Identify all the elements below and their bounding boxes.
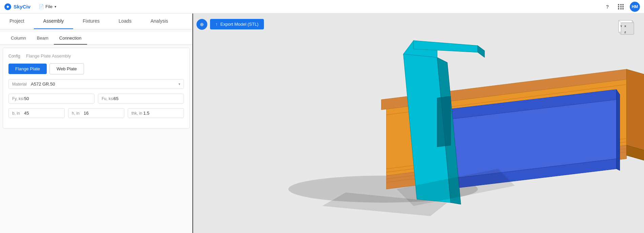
config-row: Config Flange Plate Assembly	[8, 53, 184, 59]
avatar-initials: HM	[632, 4, 638, 9]
fy-fu-row: Fy, ksi Fu, ksi	[8, 94, 184, 103]
material-input[interactable]	[31, 81, 179, 87]
dropdown-arrow-icon: ▾	[179, 82, 180, 86]
plate-type-buttons: Flange Plate Web Plate	[8, 63, 184, 74]
file-menu[interactable]: 📄 File ▾	[36, 3, 59, 10]
nav-cube-svg: X Y Z	[614, 17, 637, 41]
svg-text:Y: Y	[620, 25, 622, 28]
left-panel: Project Assembly Fixtures Loads Analysis…	[0, 14, 193, 233]
compass-icon: ⊕	[200, 22, 204, 27]
subtab-beam[interactable]: Beam	[32, 32, 54, 45]
tab-fixtures[interactable]: Fixtures	[73, 14, 109, 29]
file-menu-label: File	[45, 4, 53, 9]
topbar: SkyCiv 📄 File ▾ ? HM	[0, 0, 644, 14]
svg-line-4	[632, 20, 634, 23]
thk-field: thk, in	[128, 108, 184, 118]
chevron-down-icon: ▾	[55, 5, 56, 8]
b-label: b, in	[12, 111, 24, 116]
fy-label: Fy, ksi	[12, 96, 24, 101]
h-input[interactable]	[84, 111, 121, 116]
svg-line-5	[619, 32, 621, 34]
dimensions-row: b, in h, in thk, in	[8, 108, 184, 118]
fu-field: Fu, ksi	[98, 94, 184, 103]
file-icon: 📄	[39, 4, 44, 9]
form-area: Config Flange Plate Assembly Flange Plat…	[3, 48, 190, 129]
export-label: Export Model (STL)	[221, 22, 259, 27]
material-label: Material	[12, 82, 31, 87]
logo[interactable]: SkyCiv	[4, 3, 30, 10]
model-3d-scene	[193, 14, 644, 233]
skyciv-logo-icon	[4, 3, 12, 10]
svg-text:X: X	[624, 25, 626, 28]
fy-field: Fy, ksi	[8, 94, 95, 103]
topbar-right: ? HM	[603, 2, 640, 12]
subtab-column[interactable]: Column	[5, 32, 32, 45]
tab-loads[interactable]: Loads	[109, 14, 141, 29]
b-field: b, in	[8, 108, 65, 118]
apps-button[interactable]	[616, 2, 626, 11]
main-layout: Project Assembly Fixtures Loads Analysis…	[0, 14, 644, 233]
tab-assembly[interactable]: Assembly	[34, 14, 74, 29]
svg-rect-2	[621, 23, 634, 34]
user-avatar[interactable]: HM	[630, 2, 640, 12]
fu-label: Fu, ksi	[102, 96, 113, 101]
h-field: h, in	[68, 108, 124, 118]
nav-tabs: Project Assembly Fixtures Loads Analysis	[0, 14, 192, 29]
sub-tabs: Column Beam Connection	[0, 32, 192, 45]
export-model-button[interactable]: ↑ Export Model (STL)	[210, 19, 264, 29]
thk-input[interactable]	[143, 111, 180, 116]
fu-input[interactable]	[113, 96, 180, 101]
h-label: h, in	[72, 111, 84, 116]
thk-label: thk, in	[131, 111, 143, 116]
topbar-left: SkyCiv 📄 File ▾	[4, 3, 59, 10]
apps-grid-icon	[618, 4, 624, 9]
config-value: Flange Plate Assembly	[26, 53, 71, 59]
b-input[interactable]	[24, 111, 61, 116]
help-button[interactable]: ?	[603, 2, 612, 11]
web-plate-button[interactable]: Web Plate	[49, 63, 84, 74]
compass-button[interactable]: ⊕	[196, 19, 207, 30]
svg-marker-24	[617, 90, 620, 171]
svg-marker-30	[437, 96, 451, 147]
viewport-panel[interactable]: ⊕ ↑ Export Model (STL) X Y Z	[193, 14, 644, 233]
export-icon: ↑	[215, 22, 218, 27]
tab-project[interactable]: Project	[0, 14, 34, 29]
navigation-cube[interactable]: X Y Z	[614, 17, 637, 41]
material-field[interactable]: Material ▾	[8, 79, 184, 89]
config-label: Config	[8, 54, 22, 59]
logo-text: SkyCiv	[14, 4, 30, 9]
tab-analysis[interactable]: Analysis	[141, 14, 178, 29]
fy-input[interactable]	[24, 96, 91, 101]
help-icon: ?	[606, 4, 609, 9]
subtab-connection[interactable]: Connection	[54, 32, 87, 45]
flange-plate-button[interactable]: Flange Plate	[8, 64, 47, 74]
svg-text:Z: Z	[624, 31, 626, 34]
